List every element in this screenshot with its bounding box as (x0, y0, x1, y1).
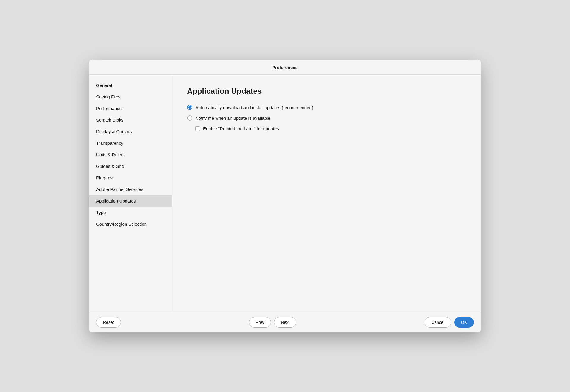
radio-notify-update[interactable] (187, 115, 192, 121)
preferences-dialog: Preferences GeneralSaving FilesPerforman… (89, 60, 481, 332)
prev-button[interactable]: Prev (249, 317, 271, 328)
next-button[interactable]: Next (274, 317, 296, 328)
sidebar-item-guides-grid[interactable]: Guides & Grid (89, 160, 172, 172)
option-row-auto-download: Automatically download and install updat… (187, 105, 466, 110)
section-title: Application Updates (187, 87, 466, 96)
sidebar-item-scratch-disks[interactable]: Scratch Disks (89, 114, 172, 126)
reset-button[interactable]: Reset (96, 317, 121, 328)
dialog-footer: Reset Prev Next Cancel OK (89, 312, 481, 332)
main-content: Application Updates Automatically downlo… (172, 75, 481, 312)
checkbox-remind-later[interactable] (195, 126, 200, 131)
sidebar-item-plug-ins[interactable]: Plug-Ins (89, 172, 172, 184)
sidebar-item-adobe-partner-services[interactable]: Adobe Partner Services (89, 184, 172, 195)
sidebar-item-country-region-selection[interactable]: Country/Region Selection (89, 218, 172, 230)
sidebar-item-units-rulers[interactable]: Units & Rulers (89, 149, 172, 160)
footer-center: Prev Next (249, 317, 297, 328)
dialog-header: Preferences (89, 60, 481, 75)
option-row-remind-later: Enable "Remind me Later" for updates (195, 126, 466, 131)
sidebar-item-performance[interactable]: Performance (89, 103, 172, 114)
footer-left: Reset (96, 317, 121, 328)
sidebar-item-application-updates[interactable]: Application Updates (89, 195, 172, 207)
sidebar-item-type[interactable]: Type (89, 207, 172, 218)
sidebar-item-transparency[interactable]: Transparency (89, 137, 172, 149)
sidebar-item-display-cursors[interactable]: Display & Cursors (89, 126, 172, 137)
label-notify-update[interactable]: Notify me when an update is available (195, 116, 270, 121)
radio-auto-download[interactable] (187, 105, 192, 110)
label-remind-later[interactable]: Enable "Remind me Later" for updates (203, 126, 279, 131)
cancel-button[interactable]: Cancel (425, 317, 451, 328)
sidebar-item-general[interactable]: General (89, 79, 172, 91)
ok-button[interactable]: OK (454, 317, 474, 328)
options-list: Automatically download and install updat… (187, 105, 466, 131)
footer-right: Cancel OK (425, 317, 474, 328)
option-row-notify-update: Notify me when an update is available (187, 115, 466, 121)
sidebar: GeneralSaving FilesPerformanceScratch Di… (89, 75, 172, 312)
dialog-body: GeneralSaving FilesPerformanceScratch Di… (89, 75, 481, 312)
dialog-title: Preferences (272, 65, 298, 70)
label-auto-download[interactable]: Automatically download and install updat… (195, 105, 313, 110)
sidebar-item-saving-files[interactable]: Saving Files (89, 91, 172, 103)
